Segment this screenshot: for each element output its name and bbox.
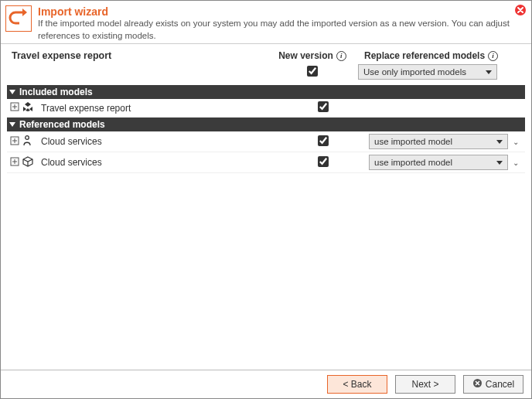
- column-headers: Travel expense report New version i Repl…: [1, 44, 531, 61]
- global-replace-select[interactable]: Use only imported models: [358, 64, 497, 80]
- chevron-down-icon[interactable]: ⌄: [511, 138, 520, 146]
- global-controls-row: Use only imported models: [1, 61, 531, 84]
- new-version-checkbox[interactable]: [318, 135, 329, 146]
- expand-icon[interactable]: [10, 136, 19, 148]
- model-name: Cloud services: [41, 136, 281, 147]
- included-models-section-header[interactable]: Included models: [7, 85, 525, 99]
- new-version-checkbox[interactable]: [318, 156, 329, 167]
- new-version-checkbox[interactable]: [318, 101, 329, 112]
- wizard-title: Import wizard: [38, 5, 510, 18]
- chevron-down-icon[interactable]: ⌄: [511, 159, 520, 167]
- section-label: Included models: [19, 87, 93, 97]
- import-wizard-dialog: Import wizard If the imported model alre…: [0, 0, 532, 399]
- table-row: Cloud services use imported model ⌄: [7, 152, 525, 173]
- new-version-header: New version: [278, 50, 333, 61]
- select-value: Use only imported models: [363, 67, 466, 77]
- models-table: Included models Travel expense report Re…: [7, 84, 525, 370]
- expand-icon[interactable]: [10, 157, 19, 169]
- replace-model-select[interactable]: use imported model: [369, 134, 508, 149]
- actor-icon: [22, 135, 32, 148]
- replace-model-select[interactable]: use imported model: [369, 155, 508, 170]
- model-name: Travel expense report: [41, 103, 281, 114]
- report-name-label: Travel expense report: [12, 50, 270, 61]
- svg-marker-2: [25, 102, 31, 107]
- cancel-icon: [472, 378, 483, 390]
- replace-models-header: Replace referenced models: [364, 50, 485, 61]
- section-label: Referenced models: [19, 119, 105, 130]
- process-icon: [22, 101, 33, 114]
- collapse-icon: [9, 122, 15, 127]
- expand-icon[interactable]: [10, 102, 19, 114]
- import-icon: [5, 5, 32, 32]
- info-icon[interactable]: i: [488, 51, 498, 61]
- info-icon[interactable]: i: [336, 51, 346, 61]
- select-value: use imported model: [374, 137, 452, 146]
- model-name: Cloud services: [41, 157, 281, 168]
- global-new-version-checkbox[interactable]: [307, 66, 318, 77]
- back-button[interactable]: < Back: [327, 375, 387, 394]
- table-row: Cloud services use imported model ⌄: [7, 131, 525, 152]
- collapse-icon: [9, 90, 15, 94]
- referenced-models-section-header[interactable]: Referenced models: [7, 118, 525, 131]
- svg-point-7: [26, 135, 29, 139]
- next-button[interactable]: Next >: [395, 375, 455, 394]
- select-value: use imported model: [374, 158, 452, 167]
- wizard-footer: < Back Next > Cancel: [1, 370, 531, 398]
- close-icon[interactable]: [514, 4, 527, 19]
- table-row: Travel expense report: [7, 99, 525, 118]
- wizard-header: Import wizard If the imported model alre…: [1, 1, 531, 44]
- package-icon: [22, 156, 33, 169]
- svg-marker-5: [26, 108, 30, 111]
- cancel-button[interactable]: Cancel: [463, 375, 523, 394]
- wizard-description: If the imported model already exists on …: [38, 18, 510, 42]
